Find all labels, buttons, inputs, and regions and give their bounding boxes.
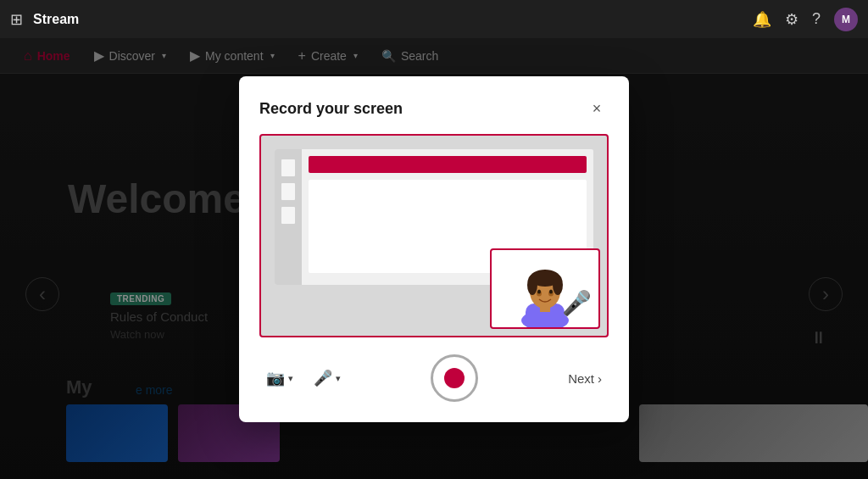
- camera-chevron-icon: ▾: [288, 373, 293, 384]
- sidebar-doc-1: [281, 159, 295, 176]
- mic-chevron-icon: ▾: [336, 373, 341, 384]
- record-button-wrap: [431, 354, 478, 402]
- gear-icon[interactable]: ⚙: [785, 10, 798, 29]
- camera-icon: 📷: [266, 369, 285, 387]
- svg-point-9: [549, 290, 553, 294]
- help-icon[interactable]: ?: [812, 10, 821, 28]
- next-icon: ›: [598, 371, 602, 386]
- controls-left: 📷 ▾ 🎤 ▾: [259, 364, 348, 393]
- mic-icon: 🎤: [314, 369, 332, 387]
- camera-person: 🎤: [492, 250, 598, 327]
- svg-rect-10: [540, 305, 550, 312]
- waffle-icon[interactable]: ⊞: [10, 10, 23, 29]
- svg-point-4: [527, 275, 537, 295]
- record-dot: [444, 368, 465, 388]
- next-label: Next: [568, 371, 594, 386]
- sidebar-doc-3: [281, 207, 295, 224]
- sidebar-doc-2: [281, 183, 295, 200]
- avatar[interactable]: M: [834, 8, 858, 31]
- camera-thumbnail: 🎤: [490, 248, 600, 329]
- modal-header: Record your screen ×: [259, 97, 609, 120]
- modal-close-button[interactable]: ×: [585, 97, 609, 120]
- top-bar: ⊞ Stream 🔔 ⚙ ? M: [0, 0, 868, 38]
- next-button[interactable]: Next ›: [561, 366, 609, 391]
- svg-point-8: [537, 290, 541, 294]
- screen-sidebar: [275, 149, 302, 285]
- mic-selector[interactable]: 🎤 ▾: [307, 364, 348, 393]
- mic-large-icon: 🎤: [562, 289, 592, 317]
- record-button[interactable]: [431, 354, 478, 402]
- record-screen-modal: Record your screen ×: [239, 76, 629, 422]
- screen-topbar: [309, 156, 587, 173]
- preview-area: 🎤: [259, 134, 609, 337]
- modal-title: Record your screen: [259, 100, 403, 118]
- modal-controls: 📷 ▾ 🎤 ▾ Next ›: [259, 354, 609, 402]
- app-title: Stream: [33, 12, 753, 27]
- top-bar-icons: 🔔 ⚙ ? M: [753, 8, 858, 31]
- camera-selector[interactable]: 📷 ▾: [259, 364, 300, 393]
- bell-icon[interactable]: 🔔: [753, 10, 771, 29]
